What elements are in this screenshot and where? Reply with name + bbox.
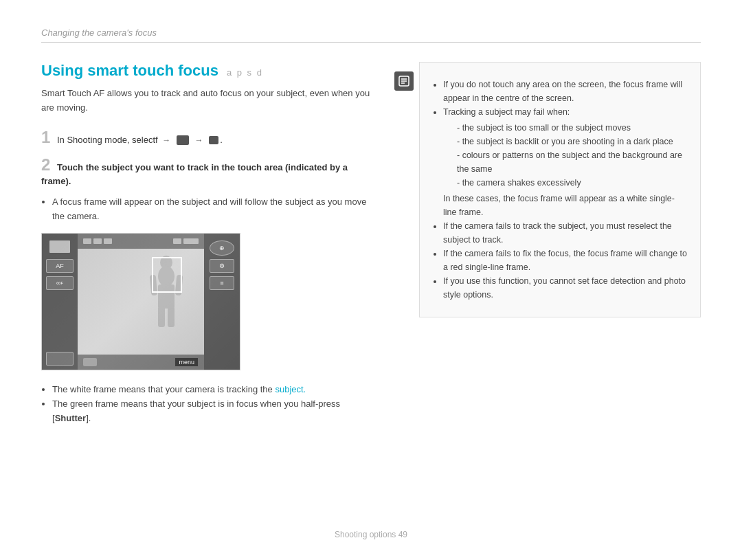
note-bullet4: If the camera fails to fix the focus, th…: [443, 247, 688, 274]
main-content: Using smart touch focus a p s d Smart To…: [41, 62, 701, 433]
bullet-green-frame: The green frame means that your subject …: [52, 397, 378, 426]
note-bullet5: If you use this function, you cannot set…: [443, 274, 688, 302]
footer-text: Shooting options 49: [335, 530, 407, 539]
cam-menu-label: menu: [175, 357, 199, 367]
cam-center: [78, 249, 204, 355]
note-dash2: the subject is backlit or you are shooti…: [457, 135, 688, 148]
cam-right-btn2: ⚙: [210, 259, 234, 273]
step2-number: 2: [41, 155, 50, 174]
note-svg-icon: [398, 76, 409, 87]
note-bullets: If you do not touch any area on the scre…: [443, 78, 688, 302]
bullets-after-image: The white frame means that your camera i…: [52, 383, 378, 425]
cam-bottom-icon: [83, 358, 97, 366]
step1-icon2: [209, 136, 218, 144]
intro-text: Smart Touch AF allows you to track and a…: [41, 87, 378, 115]
note-dash3: colours or patterns on the subject and t…: [457, 148, 688, 176]
breadcrumb-bar: Changing the camera's focus: [41, 27, 701, 43]
cam-top-right-icons: [173, 238, 199, 244]
section-title: Using smart touch focus a p s d: [41, 62, 378, 80]
step2-bullet1: A focus frame will appear on the subject…: [52, 195, 378, 224]
page-footer: Shooting options 49: [0, 530, 742, 539]
svg-rect-4: [168, 306, 175, 327]
right-column: If you do not touch any area on the scre…: [405, 62, 701, 433]
cam-btn-af: AF: [46, 259, 74, 273]
cam-left-icon1: [49, 240, 70, 253]
step2: 2 Touch the subject you want to track in…: [41, 155, 378, 223]
arrow2: →: [195, 134, 203, 147]
cam-top-bar: [78, 234, 204, 249]
arrow1: →: [162, 134, 170, 147]
left-column: Using smart touch focus a p s d Smart To…: [41, 62, 378, 433]
cam-icon-3: [104, 238, 112, 244]
camera-screenshot: AF ∞F ⊕ ⚙ ≡: [41, 233, 240, 370]
section-subtitle: a p s d: [227, 67, 263, 78]
cam-icon-1: [83, 238, 91, 244]
note-dash1: the subject is too small or the subject …: [457, 121, 688, 135]
note-dash-list: the subject is too small or the subject …: [457, 121, 688, 190]
cam-top-left-icons: [83, 238, 112, 244]
title-text: Using smart touch focus: [41, 62, 218, 80]
note-box: If you do not touch any area on the scre…: [419, 62, 701, 317]
cam-right-btn1: ⊕: [210, 240, 234, 256]
note-bullet2: Tracking a subject may fail when: the su…: [443, 105, 688, 219]
cam-left-panel: AF ∞F: [42, 234, 78, 370]
note-bullet3: If the camera fails to track the subject…: [443, 219, 688, 247]
note-container: If you do not touch any area on the scre…: [405, 62, 701, 317]
cam-icon-5: [183, 238, 199, 244]
focus-frame: [152, 257, 182, 293]
cam-icon-2: [93, 238, 102, 244]
cam-bottom-bar: menu: [78, 355, 204, 370]
step1: 1 In Shooting mode, selectf → → .: [41, 128, 378, 148]
step2-bullets: A focus frame will appear on the subject…: [52, 195, 378, 224]
breadcrumb: Changing the camera's focus: [41, 27, 157, 38]
step1-text: In Shooting mode, selectf → → .: [57, 135, 223, 145]
cam-icon-4: [173, 238, 181, 244]
step1-number: 1: [41, 128, 50, 146]
bullet-white-frame: The white frame means that your camera i…: [52, 383, 378, 397]
cam-btn-mode: [46, 352, 74, 366]
cam-right-panel: ⊕ ⚙ ≡: [204, 234, 240, 370]
step1-icon1: [177, 135, 189, 145]
note-icon: [394, 71, 414, 91]
cam-btn-inf: ∞F: [46, 276, 74, 290]
step2-text: Touch the subject you want to track in t…: [41, 162, 348, 186]
cam-right-btn3: ≡: [210, 276, 234, 290]
note-bullet1: If you do not touch any area on the scre…: [443, 78, 688, 105]
svg-rect-3: [158, 306, 165, 327]
page-container: Changing the camera's focus Using smart …: [0, 0, 742, 474]
note-dash4: the camera shakes excessively: [457, 176, 688, 190]
